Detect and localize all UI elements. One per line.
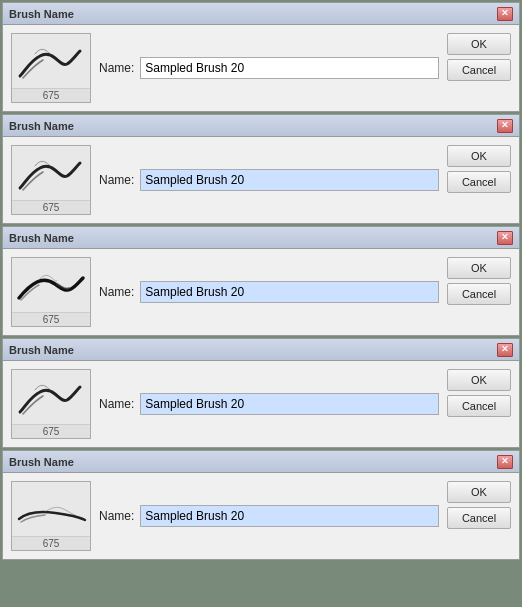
name-label-5: Name: [99,509,134,523]
titlebar-5: Brush Name ✕ [3,451,519,473]
close-button-2[interactable]: ✕ [497,119,513,133]
brush-preview-2: 675 [11,145,91,215]
buttons-col-3: OK Cancel [447,257,511,305]
brush-stroke-svg-1 [15,36,87,86]
brush-stroke-svg-4 [15,372,87,422]
buttons-col-4: OK Cancel [447,369,511,417]
cancel-button-3[interactable]: Cancel [447,283,511,305]
cancel-button-4[interactable]: Cancel [447,395,511,417]
name-area-5: Name: [99,505,439,527]
titlebar-4: Brush Name ✕ [3,339,519,361]
titlebar-3: Brush Name ✕ [3,227,519,249]
close-button-1[interactable]: ✕ [497,7,513,21]
buttons-col-5: OK Cancel [447,481,511,529]
close-button-4[interactable]: ✕ [497,343,513,357]
brush-canvas-2 [11,146,91,200]
brush-preview-3: 675 [11,257,91,327]
dialog-title-1: Brush Name [9,8,74,20]
brush-name-dialog-3: Brush Name ✕ 675 Name: OK Cancel [2,226,520,336]
brush-name-dialog-2: Brush Name ✕ 675 Name: OK Cancel [2,114,520,224]
buttons-col-1: OK Cancel [447,33,511,81]
buttons-col-2: OK Cancel [447,145,511,193]
name-input-1[interactable] [140,57,439,79]
dialog-title-5: Brush Name [9,456,74,468]
close-button-3[interactable]: ✕ [497,231,513,245]
brush-stroke-svg-5 [15,484,87,534]
cancel-button-5[interactable]: Cancel [447,507,511,529]
brush-canvas-5 [11,482,91,536]
dialog-body-4: 675 Name: OK Cancel [3,361,519,447]
name-row-4: Name: [99,393,439,415]
name-row-2: Name: [99,169,439,191]
brush-preview-4: 675 [11,369,91,439]
brush-size-4: 675 [12,424,90,438]
dialog-body-3: 675 Name: OK Cancel [3,249,519,335]
brush-stroke-svg-2 [15,148,87,198]
name-label-1: Name: [99,61,134,75]
dialog-title-4: Brush Name [9,344,74,356]
name-area-4: Name: [99,393,439,415]
brush-stroke-svg-3 [15,260,87,310]
dialog-title-2: Brush Name [9,120,74,132]
brush-canvas-4 [11,370,91,424]
name-row-3: Name: [99,281,439,303]
name-area-2: Name: [99,169,439,191]
brush-size-3: 675 [12,312,90,326]
ok-button-3[interactable]: OK [447,257,511,279]
name-label-2: Name: [99,173,134,187]
brush-name-dialog-5: Brush Name ✕ 675 Name: OK Cancel [2,450,520,560]
brush-name-dialog-1: Brush Name ✕ 675 Name: OK Cancel [2,2,520,112]
ok-button-1[interactable]: OK [447,33,511,55]
brush-size-1: 675 [12,88,90,102]
brush-canvas-3 [11,258,91,312]
dialog-title-3: Brush Name [9,232,74,244]
brush-canvas-1 [11,34,91,88]
name-row-1: Name: [99,57,439,79]
brush-size-2: 675 [12,200,90,214]
ok-button-4[interactable]: OK [447,369,511,391]
name-area-1: Name: [99,57,439,79]
dialog-body-1: 675 Name: OK Cancel [3,25,519,111]
ok-button-2[interactable]: OK [447,145,511,167]
titlebar-1: Brush Name ✕ [3,3,519,25]
brush-preview-1: 675 [11,33,91,103]
cancel-button-2[interactable]: Cancel [447,171,511,193]
close-button-5[interactable]: ✕ [497,455,513,469]
titlebar-2: Brush Name ✕ [3,115,519,137]
cancel-button-1[interactable]: Cancel [447,59,511,81]
name-row-5: Name: [99,505,439,527]
name-input-3[interactable] [140,281,439,303]
name-label-4: Name: [99,397,134,411]
ok-button-5[interactable]: OK [447,481,511,503]
dialog-body-5: 675 Name: OK Cancel [3,473,519,559]
brush-size-5: 675 [12,536,90,550]
brush-preview-5: 675 [11,481,91,551]
name-label-3: Name: [99,285,134,299]
dialog-body-2: 675 Name: OK Cancel [3,137,519,223]
brush-name-dialog-4: Brush Name ✕ 675 Name: OK Cancel [2,338,520,448]
name-input-2[interactable] [140,169,439,191]
name-area-3: Name: [99,281,439,303]
name-input-5[interactable] [140,505,439,527]
name-input-4[interactable] [140,393,439,415]
